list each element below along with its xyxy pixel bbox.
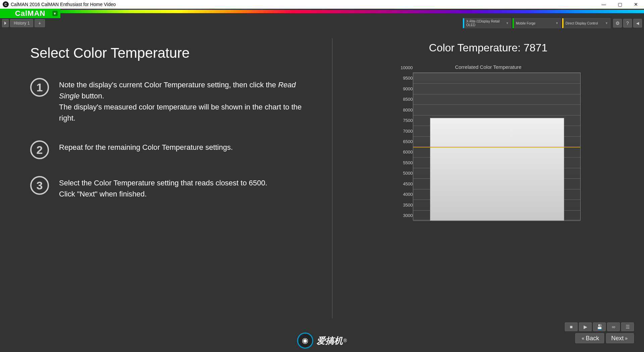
- loop-icon: ∞: [612, 324, 615, 329]
- stop-icon: ■: [570, 324, 573, 329]
- display-device-dropdown[interactable]: Direct Display Control ▼: [562, 18, 610, 28]
- next-button[interactable]: Next»: [606, 333, 634, 343]
- y-tick-label: 5000: [396, 171, 413, 176]
- y-tick-label: 6500: [396, 139, 413, 144]
- source-device-dropdown[interactable]: Mobile Forge ▼: [513, 18, 561, 28]
- help-icon: ?: [626, 20, 629, 26]
- gridline: [413, 73, 580, 73]
- chevron-down-icon: ▼: [555, 21, 558, 25]
- cct-bar: [430, 118, 564, 221]
- next-label: Next: [611, 335, 624, 342]
- spectrum-bar: [60, 10, 644, 13]
- gridline: [413, 83, 580, 84]
- step-number-2: 2: [30, 140, 49, 159]
- y-tick-label: 4500: [396, 181, 413, 186]
- chevron-left-icon: ◄: [635, 20, 640, 26]
- chevron-double-right-icon: »: [625, 336, 628, 341]
- watermark-icon: ◉: [297, 333, 313, 349]
- app-logo[interactable]: CalMAN ▼: [0, 9, 60, 18]
- meter-device-label: X-Rite i1Display Retail OLED: [466, 19, 509, 27]
- step-2-text: Repeat for the remaining Color Temperatu…: [59, 140, 233, 153]
- play-icon: [4, 21, 6, 25]
- logo-text: CalMAN: [15, 9, 45, 18]
- display-device-label: Direct Display Control: [566, 21, 598, 25]
- step-3-text: Select the Color Temperature setting tha…: [59, 176, 267, 200]
- play-menu-button[interactable]: [2, 19, 9, 27]
- read-continuous-button[interactable]: ∞: [607, 322, 620, 331]
- playback-controls: ■ ▶ 💾 ∞ ☰: [564, 322, 634, 331]
- gridline: [413, 94, 580, 94]
- logo-dropdown-icon[interactable]: ▼: [52, 11, 58, 16]
- chevron-down-icon: ▼: [605, 21, 608, 25]
- y-tick-label: 4000: [396, 192, 413, 197]
- instructions-panel: Select Color Temperature 1 Note the disp…: [0, 28, 332, 328]
- y-tick-label: 8500: [396, 97, 413, 102]
- chevron-down-icon: ▼: [506, 21, 509, 25]
- back-button[interactable]: «Back: [575, 333, 604, 343]
- read-single-button[interactable]: ▶: [579, 322, 592, 331]
- main-content: Select Color Temperature 1 Note the disp…: [0, 28, 644, 328]
- save-icon: 💾: [597, 324, 602, 329]
- step-number-1: 1: [30, 78, 49, 97]
- settings-button[interactable]: ⚙: [613, 19, 622, 28]
- back-label: Back: [586, 335, 599, 342]
- options-button[interactable]: ☰: [621, 322, 634, 331]
- watermark-text: 爱搞机: [317, 335, 343, 347]
- gear-icon: ⚙: [615, 20, 620, 26]
- window-title: CalMAN 2016 CalMAN Enthusiast for Home V…: [11, 2, 116, 7]
- page-title: Select Color Temperature: [30, 45, 312, 61]
- play-icon: ▶: [584, 324, 587, 329]
- y-tick-label: 10000: [396, 65, 413, 70]
- logo-bar: CalMAN ▼: [0, 9, 644, 18]
- add-tab-button[interactable]: +: [35, 19, 45, 27]
- history-tab-label: History 1: [14, 21, 30, 26]
- window-titlebar: C CalMAN 2016 CalMAN Enthusiast for Home…: [0, 0, 644, 9]
- step-number-3: 3: [30, 176, 49, 195]
- source-device-label: Mobile Forge: [516, 21, 535, 25]
- step-1-text: Note the display's current Color Tempera…: [59, 78, 312, 124]
- maximize-button[interactable]: ▢: [612, 0, 628, 9]
- sliders-icon: ☰: [626, 324, 630, 329]
- gridline: [413, 115, 580, 116]
- gridline: [413, 221, 580, 221]
- stop-button[interactable]: ■: [565, 322, 578, 331]
- app-icon: C: [3, 1, 9, 7]
- y-tick-label: 9000: [396, 86, 413, 91]
- y-tick-label: 6000: [396, 149, 413, 155]
- help-button[interactable]: ?: [623, 19, 632, 28]
- gridline: [413, 104, 580, 105]
- step-1: 1 Note the display's current Color Tempe…: [30, 78, 312, 124]
- y-tick-label: 7500: [396, 118, 413, 123]
- step-2: 2 Repeat for the remaining Color Tempera…: [30, 140, 312, 159]
- watermark: ◉ 爱搞机 ®: [297, 333, 347, 349]
- y-tick-label: 9500: [396, 76, 413, 81]
- tab-toolbar: History 1 + X-Rite i1Display Retail OLED…: [0, 18, 644, 28]
- chart-title: Correlated Color Temperature: [393, 64, 584, 70]
- y-tick-label: 8000: [396, 107, 413, 112]
- save-button[interactable]: 💾: [593, 322, 606, 331]
- y-tick-label: 5500: [396, 160, 413, 165]
- cct-chart: Correlated Color Temperature 30003500400…: [393, 64, 584, 239]
- y-tick-label: 7000: [396, 128, 413, 133]
- y-tick-label: 3500: [396, 202, 413, 207]
- chevron-double-left-icon: «: [582, 336, 584, 341]
- step-3: 3 Select the Color Temperature setting t…: [30, 176, 312, 200]
- chart-panel: Color Temperature: 7871 Correlated Color…: [332, 28, 644, 328]
- chart-plot-area: [413, 73, 581, 220]
- wizard-nav: «Back Next»: [573, 333, 634, 343]
- close-button[interactable]: ✕: [628, 0, 644, 9]
- reference-line-6500: [413, 147, 580, 147]
- history-tab[interactable]: History 1: [10, 19, 33, 27]
- meter-device-dropdown[interactable]: X-Rite i1Display Retail OLED ▼: [463, 18, 511, 28]
- x-tick-label: 80: [494, 215, 499, 220]
- y-tick-label: 3000: [396, 213, 413, 218]
- collapse-panel-button[interactable]: ◄: [633, 19, 642, 28]
- minimize-button[interactable]: ―: [596, 0, 612, 9]
- color-temperature-readout: Color Temperature: 7871: [353, 42, 624, 54]
